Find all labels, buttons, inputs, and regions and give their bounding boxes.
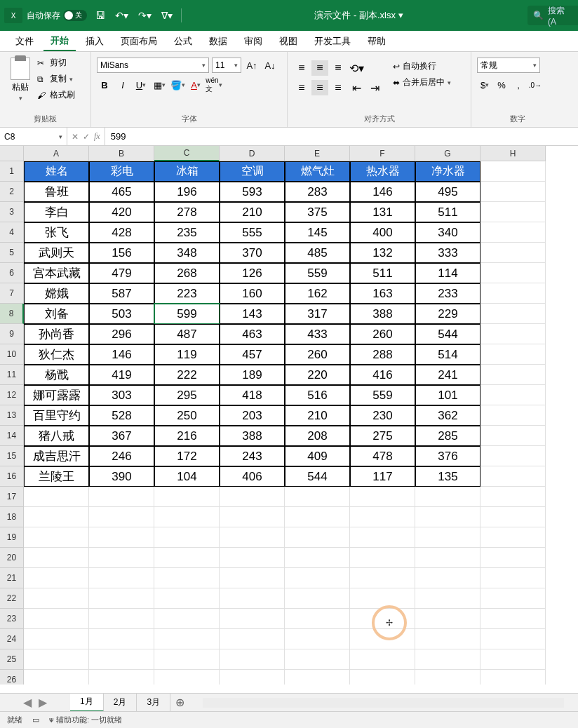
cell[interactable]: 216 [154,426,220,446]
row-header[interactable]: 12 [0,385,24,405]
document-title[interactable]: 演示文件 - 副本.xlsx ▾ [190,9,527,22]
italic-button[interactable]: I [115,77,130,93]
cell[interactable]: 126 [220,263,285,283]
cell[interactable]: 457 [220,344,285,365]
column-header[interactable]: B [89,146,154,161]
sheet-tab[interactable]: 2月 [104,694,137,712]
cell[interactable] [480,263,546,283]
cell[interactable] [415,487,480,507]
cell[interactable]: 117 [350,466,415,487]
cell[interactable] [220,670,285,685]
cell[interactable]: 235 [154,222,220,243]
row-header[interactable]: 6 [0,263,24,283]
accept-formula-icon[interactable]: ✓ [83,132,90,142]
row-header[interactable]: 7 [0,283,24,304]
cell[interactable] [220,507,285,527]
row-header[interactable]: 2 [0,182,24,202]
column-header[interactable]: C [154,146,220,161]
cell[interactable] [285,487,350,507]
font-size-select[interactable]: 11▾ [212,58,241,73]
row-header[interactable]: 3 [0,202,24,222]
fx-icon[interactable]: fx [94,131,100,142]
cell[interactable]: 姓名 [24,161,89,182]
cell[interactable] [89,487,154,507]
cell[interactable]: 295 [154,385,220,405]
row-header[interactable]: 5 [0,243,24,263]
workbook-stats-icon[interactable]: ▭ [32,715,39,724]
cell[interactable]: 114 [415,263,480,283]
cell[interactable] [480,202,546,222]
cell[interactable]: 348 [154,243,220,263]
cell[interactable]: 463 [220,324,285,344]
cell[interactable]: 288 [350,344,415,365]
cell[interactable]: 260 [285,344,350,365]
align-right-icon[interactable]: ≡ [330,80,347,95]
cell[interactable] [154,670,220,685]
search-box[interactable]: 🔍 搜索(A [527,6,578,25]
cell[interactable]: 478 [350,446,415,466]
row-header[interactable]: 21 [0,568,24,588]
row-header[interactable]: 20 [0,548,24,568]
cell[interactable]: 210 [220,202,285,222]
cell[interactable] [24,588,89,609]
cell[interactable] [480,426,546,446]
cell[interactable] [220,548,285,568]
row-header[interactable]: 22 [0,588,24,609]
decrease-font-icon[interactable]: A↓ [262,58,278,73]
menu-item-5[interactable]: 数据 [202,32,234,50]
cell[interactable]: 净水器 [415,161,480,182]
cell[interactable] [350,629,415,649]
cancel-formula-icon[interactable]: ✕ [72,132,79,142]
cell[interactable]: 241 [415,365,480,385]
menu-item-9[interactable]: 帮助 [361,32,393,50]
bold-button[interactable]: B [97,77,112,93]
cell[interactable] [89,609,154,629]
cell[interactable] [220,609,285,629]
cell[interactable]: 101 [415,385,480,405]
cell[interactable]: 196 [154,182,220,202]
cell[interactable]: 146 [350,182,415,202]
cell[interactable]: 367 [89,426,154,446]
cell[interactable]: 222 [154,365,220,385]
cell[interactable] [350,649,415,670]
cell[interactable]: 388 [350,304,415,324]
cell[interactable] [480,324,546,344]
cell[interactable] [480,629,546,649]
cell[interactable]: 嫦娥 [24,283,89,304]
row-header[interactable]: 1 [0,161,24,182]
cut-button[interactable]: ✂剪切 [35,56,77,69]
cell[interactable]: 兰陵王 [24,466,89,487]
cell[interactable]: 544 [415,324,480,344]
cell[interactable]: 555 [220,222,285,243]
row-header[interactable]: 25 [0,649,24,670]
cell[interactable]: 400 [350,222,415,243]
select-all-corner[interactable] [0,146,24,161]
row-header[interactable]: 17 [0,487,24,507]
cell[interactable]: 146 [89,344,154,365]
cell[interactable] [89,629,154,649]
cell[interactable]: 彩电 [89,161,154,182]
cell[interactable] [480,405,546,426]
cell[interactable]: 172 [154,446,220,466]
cell[interactable] [89,507,154,527]
cell[interactable]: 418 [220,385,285,405]
menu-item-1[interactable]: 开始 [43,32,76,51]
cell[interactable]: 333 [415,243,480,263]
cell[interactable]: 孙尚香 [24,324,89,344]
row-header[interactable]: 26 [0,670,24,685]
cell[interactable]: 鲁班 [24,182,89,202]
cell[interactable]: 416 [350,365,415,385]
cell[interactable]: 百里守约 [24,405,89,426]
cell[interactable]: 张飞 [24,222,89,243]
cell[interactable]: 340 [415,222,480,243]
cell[interactable] [89,548,154,568]
cell[interactable]: 武则天 [24,243,89,263]
cell[interactable] [24,527,89,548]
menu-item-6[interactable]: 审阅 [237,32,269,50]
cell[interactable]: 220 [285,365,350,385]
cell[interactable] [480,304,546,324]
cell[interactable]: 511 [350,263,415,283]
cell[interactable]: 285 [415,426,480,446]
cell[interactable]: 210 [285,405,350,426]
cell[interactable]: 275 [350,426,415,446]
